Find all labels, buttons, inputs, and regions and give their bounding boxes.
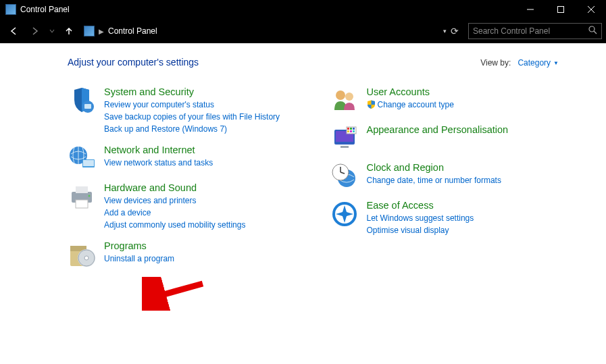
category-link[interactable]: Back up and Restore (Windows 7) (104, 123, 280, 135)
category-link[interactable]: Review your computer's status (104, 99, 280, 111)
view-by-value: Category (517, 58, 551, 68)
category-title[interactable]: Clock and Region (367, 162, 501, 173)
refresh-icon[interactable]: ⟳ (451, 26, 459, 36)
navigation-bar: ▶ Control Panel ▾ ⟳ (0, 19, 606, 43)
monitor-theme-icon (330, 124, 359, 153)
category-item: ProgramsUninstall a program (68, 240, 324, 269)
category-body: Ease of AccessLet Windows suggest settin… (367, 200, 474, 236)
category-item: User AccountsChange account type (330, 86, 586, 115)
uac-shield-icon (367, 100, 376, 109)
address-dropdown-icon[interactable]: ▾ (443, 28, 447, 34)
forward-button[interactable] (26, 22, 45, 41)
category-title[interactable]: Ease of Access (367, 200, 474, 211)
recent-chevron-icon[interactable] (47, 22, 57, 41)
view-by-dropdown[interactable]: Category ▼ (517, 58, 559, 68)
category-item: Network and InternetView network status … (68, 145, 324, 173)
close-button[interactable] (576, 0, 606, 19)
control-panel-icon (5, 4, 16, 15)
svg-point-4 (589, 26, 595, 32)
category-link[interactable]: Uninstall a program (104, 253, 174, 265)
category-link[interactable]: Optimise visual display (367, 224, 474, 236)
category-link-label: Optimise visual display (367, 226, 449, 235)
page-heading: Adjust your computer's settings (68, 57, 199, 68)
category-link[interactable]: Change date, time or number formats (367, 174, 501, 186)
category-link-label: Review your computer's status (104, 100, 214, 109)
clock-globe-icon (330, 162, 359, 190)
category-link[interactable]: View network status and tasks (104, 157, 213, 169)
arrow-annotation (142, 277, 209, 311)
breadcrumb-separator-icon: ▶ (97, 28, 105, 35)
address-bar[interactable]: ▶ Control Panel ▾ ⟳ (81, 23, 463, 39)
search-input[interactable] (473, 26, 588, 36)
disc-box-icon (68, 240, 96, 269)
minimize-button[interactable] (515, 0, 545, 19)
category-item: Hardware and SoundView devices and print… (68, 182, 324, 231)
category-body: User AccountsChange account type (367, 86, 454, 115)
category-link-label: Uninstall a program (104, 254, 174, 263)
category-link[interactable]: Let Windows suggest settings (367, 212, 474, 224)
category-title[interactable]: Appearance and Personalisation (367, 124, 509, 135)
back-button[interactable] (4, 22, 23, 41)
address-cp-icon (84, 26, 95, 36)
category-body: ProgramsUninstall a program (104, 240, 174, 269)
category-link-label: View network status and tasks (104, 158, 213, 167)
content-area: Adjust your computer's settings View by:… (0, 43, 606, 292)
category-item: Clock and RegionChange date, time or num… (330, 162, 586, 190)
category-link-label: Let Windows suggest settings (367, 213, 474, 223)
category-link-label: Add a device (104, 208, 151, 217)
category-link-label: Change account type (378, 100, 454, 109)
category-item: Ease of AccessLet Windows suggest settin… (330, 200, 586, 236)
svg-line-5 (594, 31, 597, 34)
titlebar: Control Panel (0, 0, 606, 19)
category-link[interactable]: Add a device (104, 207, 245, 219)
category-body: Hardware and SoundView devices and print… (104, 182, 245, 231)
svg-rect-1 (557, 7, 563, 13)
category-link[interactable]: Change account type (367, 99, 454, 111)
up-button[interactable] (59, 22, 78, 41)
category-link-label: Back up and Restore (Windows 7) (104, 124, 227, 134)
search-icon[interactable] (588, 26, 597, 36)
people-icon (330, 86, 359, 115)
category-body: Appearance and Personalisation (367, 124, 509, 153)
category-link-label: Save backup copies of your files with Fi… (104, 112, 280, 122)
category-link-label: Adjust commonly used mobility settings (104, 220, 245, 230)
ease-access-icon (330, 200, 359, 228)
category-link[interactable]: View devices and printers (104, 194, 245, 207)
breadcrumb-label[interactable]: Control Panel (108, 26, 157, 36)
category-item: Appearance and Personalisation (330, 124, 586, 153)
globe-network-icon (68, 145, 96, 173)
category-title[interactable]: User Accounts (367, 86, 454, 97)
window-title: Control Panel (20, 5, 70, 14)
category-body: Network and InternetView network status … (104, 145, 213, 173)
category-title[interactable]: Programs (104, 240, 174, 251)
printer-icon (68, 182, 96, 211)
maximize-button[interactable] (545, 0, 576, 19)
svg-line-6 (154, 284, 203, 297)
category-item: System and SecurityReview your computer'… (68, 86, 324, 135)
chevron-down-icon: ▼ (553, 60, 559, 66)
category-body: System and SecurityReview your computer'… (104, 86, 280, 135)
search-box[interactable] (468, 23, 602, 39)
category-link-label: Change date, time or number formats (367, 176, 501, 185)
category-link[interactable]: Save backup copies of your files with Fi… (104, 111, 280, 123)
category-link-label: View devices and printers (104, 196, 197, 205)
category-column: System and SecurityReview your computer'… (68, 86, 324, 278)
category-title[interactable]: Network and Internet (104, 145, 213, 155)
category-column: User AccountsChange account typeAppearan… (330, 86, 586, 278)
category-title[interactable]: Hardware and Sound (104, 182, 245, 193)
category-link[interactable]: Adjust commonly used mobility settings (104, 219, 245, 231)
category-title[interactable]: System and Security (104, 86, 280, 97)
category-body: Clock and RegionChange date, time or num… (367, 162, 501, 190)
shield-pc-icon (68, 86, 96, 115)
view-by-label: View by: (480, 58, 511, 68)
